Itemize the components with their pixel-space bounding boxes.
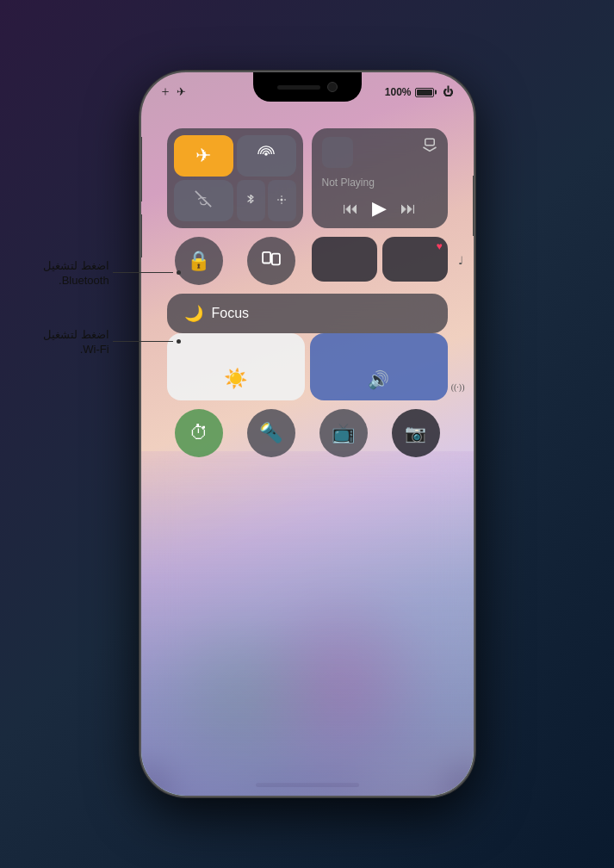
airplane-mode-button[interactable]: ✈ bbox=[174, 135, 233, 177]
volume-slider[interactable]: 🔊 ((·)) bbox=[310, 333, 448, 400]
control-center: ✈ bbox=[167, 120, 448, 753]
svg-rect-3 bbox=[263, 251, 270, 263]
power-status-icon: ⏻ bbox=[443, 86, 453, 99]
wifi-off-icon bbox=[195, 190, 212, 212]
hotspot-icon bbox=[257, 145, 276, 168]
signal-icon: ((·)) bbox=[451, 382, 465, 392]
row2-right: ♥ ♩ bbox=[312, 237, 448, 285]
rotation-lock-icon: 🔒 bbox=[187, 250, 210, 272]
focus-label: Focus bbox=[212, 306, 250, 321]
volume-icon: 🔊 bbox=[368, 369, 389, 390]
volume-up-button[interactable] bbox=[140, 158, 142, 202]
battery-fill bbox=[417, 90, 432, 96]
rewind-button[interactable]: ⏮ bbox=[343, 200, 358, 218]
wifi-annotation-line bbox=[113, 341, 173, 342]
wifi-label-line1: اضغط لتشغيل bbox=[43, 327, 109, 343]
svg-rect-4 bbox=[271, 253, 279, 264]
media-block: Not Playing ⏮ ▶ ⏭ bbox=[312, 128, 448, 228]
timer-button[interactable]: ⏱ bbox=[175, 409, 223, 457]
airdrop-button[interactable] bbox=[268, 180, 296, 221]
focus-button[interactable]: 🌙 Focus bbox=[167, 294, 448, 333]
remote-icon: 📺 bbox=[332, 422, 355, 444]
phone-frame: + ✈ 100% ⏻ ✈ bbox=[140, 71, 475, 797]
battery-percentage: 100% bbox=[385, 86, 412, 98]
svg-rect-2 bbox=[425, 139, 434, 146]
brightness-icon: ☀️ bbox=[224, 368, 247, 390]
dynamic-island bbox=[253, 72, 362, 102]
bluetooth-label-line1: اضغط لتشغيل bbox=[43, 258, 109, 274]
bluetooth-label-line2: .Bluetooth bbox=[43, 274, 109, 287]
power-button[interactable] bbox=[473, 176, 475, 236]
bluetooth-icon bbox=[245, 193, 256, 208]
wifi-button[interactable] bbox=[174, 180, 233, 221]
status-right: 100% ⏻ bbox=[385, 86, 453, 99]
front-camera bbox=[327, 82, 338, 92]
music-note-icon: ♩ bbox=[458, 254, 463, 268]
moon-icon: 🌙 bbox=[184, 304, 203, 323]
bluetooth-annotation-line bbox=[113, 272, 173, 273]
bottom-row: ⏱ 🔦 📺 📷 bbox=[167, 409, 448, 457]
focus-row: 🌙 Focus bbox=[167, 294, 448, 333]
row2: 🔒 bbox=[167, 237, 448, 285]
battery-icon bbox=[415, 88, 434, 97]
camera-button[interactable]: 📷 bbox=[392, 409, 440, 457]
airplane-status-icon: ✈ bbox=[177, 85, 186, 99]
top-row: ✈ bbox=[167, 128, 448, 228]
extra-connectivity bbox=[237, 180, 296, 221]
sliders-row: ☀️ 🔊 ((·)) bbox=[167, 333, 448, 400]
screen-rotation-lock-button[interactable]: 🔒 bbox=[175, 237, 223, 285]
camera-icon: 📷 bbox=[405, 423, 426, 443]
screen-mirror-button[interactable] bbox=[247, 237, 295, 285]
flashlight-icon: 🔦 bbox=[259, 422, 282, 444]
bluetooth-annotation-dot bbox=[177, 270, 181, 275]
wifi-annotation-text: اضغط لتشغيل .Wi-Fi bbox=[43, 327, 109, 356]
media-app-icon bbox=[322, 137, 353, 168]
svg-point-0 bbox=[264, 152, 268, 156]
timer-icon: ⏱ bbox=[189, 422, 208, 444]
connectivity-block: ✈ bbox=[167, 128, 303, 228]
tv-remote-button[interactable]: 📺 bbox=[319, 409, 368, 457]
airplay-button[interactable] bbox=[422, 137, 437, 157]
row2-left: 🔒 bbox=[167, 237, 303, 285]
airdrop-icon bbox=[276, 195, 287, 207]
media-controls: ⏮ ▶ ⏭ bbox=[322, 197, 437, 220]
flashlight-button[interactable]: 🔦 bbox=[247, 409, 295, 457]
airplane-icon: ✈ bbox=[195, 145, 211, 167]
bluetooth-annotation: اضغط لتشغيل .Bluetooth bbox=[43, 258, 181, 287]
bluetooth-annotation-text: اضغط لتشغيل .Bluetooth bbox=[43, 258, 109, 287]
not-playing-label: Not Playing bbox=[322, 177, 437, 189]
volume-down-button[interactable] bbox=[140, 214, 142, 257]
wifi-annotation-dot bbox=[177, 339, 181, 344]
dark-tile-1[interactable] bbox=[312, 237, 377, 282]
personal-hotspot-button[interactable] bbox=[237, 135, 296, 177]
status-left: + ✈ bbox=[162, 84, 186, 100]
fast-forward-button[interactable]: ⏭ bbox=[400, 200, 416, 218]
play-button[interactable]: ▶ bbox=[372, 197, 387, 220]
wifi-annotation: اضغط لتشغيل .Wi-Fi bbox=[43, 327, 181, 356]
bluetooth-button[interactable] bbox=[237, 180, 265, 221]
svg-point-1 bbox=[281, 199, 283, 202]
dark-tile-2[interactable]: ♥ bbox=[382, 237, 448, 282]
wifi-label-line2: .Wi-Fi bbox=[43, 343, 109, 356]
screen-mirror-icon bbox=[262, 251, 281, 271]
speaker-grille bbox=[277, 85, 320, 90]
add-widget-icon[interactable]: + bbox=[162, 84, 170, 100]
media-top bbox=[322, 137, 437, 168]
brightness-slider[interactable]: ☀️ bbox=[167, 333, 305, 400]
heart-badge: ♥ bbox=[436, 240, 442, 253]
